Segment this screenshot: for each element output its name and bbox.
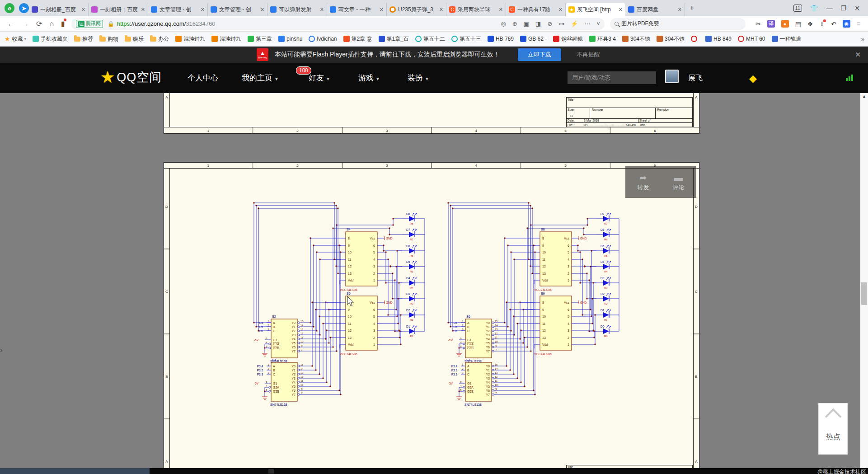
tab-4[interactable]: 可以弹射发射✕ xyxy=(267,3,327,16)
bookmark-15[interactable]: HB 769 xyxy=(488,36,514,42)
tab-close-icon[interactable]: ✕ xyxy=(320,7,324,13)
minimize-button[interactable]: — xyxy=(826,5,833,12)
send-logo-icon[interactable]: ➤ xyxy=(19,3,29,13)
username[interactable]: 展飞 xyxy=(688,74,703,83)
site-cert-badge[interactable]: 证 腾讯网 xyxy=(76,20,103,28)
bookmark-1[interactable]: 手机收藏夹 xyxy=(33,35,68,43)
url-action-icon-7[interactable]: ⋯ xyxy=(584,20,590,27)
nav-item-3[interactable]: 游戏▼ xyxy=(358,73,380,83)
yellow-diamond-icon[interactable]: ◆ xyxy=(749,73,757,84)
tab-close-icon[interactable]: ✕ xyxy=(558,7,563,13)
url-action-icon-2[interactable]: ▣ xyxy=(524,20,529,27)
tab-close-icon[interactable]: ✕ xyxy=(439,7,443,13)
bookmark-8[interactable]: 第三章 xyxy=(248,35,272,43)
tab-close-icon[interactable]: ✕ xyxy=(81,7,85,13)
url-action-icon-1[interactable]: ⊕ xyxy=(512,20,517,27)
tab-close-icon[interactable]: ✕ xyxy=(141,7,145,13)
nav-item-1[interactable]: 我的主页▼ xyxy=(242,73,279,83)
reload-icon[interactable]: ⟳ xyxy=(36,19,42,28)
undo-icon[interactable]: ↶ xyxy=(831,20,836,28)
browser-search-field[interactable]: 图片转PDF免费 xyxy=(610,18,746,30)
url-box[interactable]: 证 腾讯网 🔒 https://user.qzone.qq.com/316234… xyxy=(71,18,605,30)
bookmark-5[interactable]: 办公 xyxy=(150,35,169,43)
url-action-icon-4[interactable]: ⊘ xyxy=(547,20,552,27)
bookmark-2[interactable]: 推荐 xyxy=(74,35,93,43)
page-scrollbar[interactable]: ▲ xyxy=(860,93,868,468)
back-to-top-icon[interactable] xyxy=(825,408,841,425)
tab-close-icon[interactable]: ✕ xyxy=(380,7,384,13)
briefcase-icon[interactable]: ▮ xyxy=(61,19,65,28)
translate-icon[interactable]: 译 xyxy=(767,20,775,28)
bookmark-4[interactable]: 娱乐 xyxy=(125,35,144,43)
url-action-icon-6[interactable]: ⚡ xyxy=(571,20,578,27)
tab-9[interactable]: ★展飞空间 [http✕ xyxy=(566,3,625,16)
hot-floating-widget[interactable]: 热点 xyxy=(818,403,848,455)
tab-close-icon[interactable]: ✕ xyxy=(499,7,503,13)
close-window-button[interactable]: ✕ xyxy=(854,5,860,12)
qzone-logo[interactable]: ★ QQ空间 xyxy=(100,69,162,85)
url-action-icon-0[interactable]: ◎ xyxy=(501,20,506,27)
bookmark-3[interactable]: 购物 xyxy=(99,35,118,43)
tab-7[interactable]: C采用两块半球✕ xyxy=(446,3,506,16)
banner-close-icon[interactable]: ✕ xyxy=(855,51,861,59)
tab-close-icon[interactable]: ✕ xyxy=(678,7,682,13)
bookmark-12[interactable]: 第1章_百 xyxy=(379,35,409,43)
forward-icon[interactable]: → xyxy=(22,20,29,28)
signal-icon[interactable] xyxy=(846,75,853,81)
tab-2[interactable]: 文章管理 - 创✕ xyxy=(148,3,208,16)
bookmark-14[interactable]: 第五十三 xyxy=(451,35,481,43)
bookmark-18[interactable]: 环县3 4 xyxy=(589,35,616,43)
reader-icon[interactable]: ▤ xyxy=(795,20,801,28)
dismiss-link[interactable]: 不再提醒 xyxy=(577,51,600,59)
bookmark-10[interactable]: lvdichan xyxy=(309,36,337,42)
games-icon[interactable]: ● xyxy=(781,20,789,28)
back-icon[interactable]: ← xyxy=(7,20,14,28)
tab-close-icon[interactable]: ✕ xyxy=(201,7,205,13)
tab-5[interactable]: 写文章 - 一种✕ xyxy=(327,3,387,16)
bookmark-22[interactable]: HB 849 xyxy=(705,36,732,42)
share-button[interactable]: ➦ 转发 xyxy=(625,166,661,198)
bookmark-23[interactable]: MHT 60 xyxy=(738,36,765,42)
qzone-search-input[interactable]: 用户/游戏/动态 xyxy=(568,71,656,84)
left-expander-icon[interactable]: › xyxy=(0,346,2,354)
tab-6[interactable]: U235原子弹_3✕ xyxy=(387,3,446,16)
bookmark-0[interactable]: ★收藏▾ xyxy=(5,35,26,43)
new-tab-button[interactable]: + xyxy=(690,4,694,13)
cloud-icon[interactable]: ◉ xyxy=(843,20,850,28)
download-icon[interactable]: ⇩ xyxy=(819,20,825,28)
tab-0[interactable]: 一刻相册_百度✕ xyxy=(29,3,89,16)
bookmark-9[interactable]: pinshu xyxy=(278,36,302,42)
tab-1[interactable]: 一刻相册：百度✕ xyxy=(89,3,148,16)
tab-3[interactable]: 文章管理 - 创✕ xyxy=(208,3,267,16)
url-text[interactable]: https://user.qzone.qq.com/316234760 xyxy=(117,20,216,27)
menu-icon[interactable]: ≡ xyxy=(857,20,860,28)
comment-button[interactable]: ▬ 评论 xyxy=(661,166,697,198)
browser-logo-icon[interactable]: e xyxy=(5,3,14,13)
url-action-icon-8[interactable]: ˅ xyxy=(596,20,600,27)
bookmark-19[interactable]: 304不锈 xyxy=(622,35,650,43)
bookmark-21[interactable] xyxy=(691,36,699,42)
scrollbar-thumb[interactable] xyxy=(861,282,867,305)
nav-item-0[interactable]: 个人中心 xyxy=(188,73,218,83)
bookmark-7[interactable]: 混沌钟九 xyxy=(211,35,241,43)
maximize-button[interactable]: ❐ xyxy=(841,5,847,12)
skin-icon[interactable]: 👕 xyxy=(810,5,818,12)
extensions-icon[interactable]: ❖ xyxy=(807,20,813,28)
url-action-icon-3[interactable]: ◨ xyxy=(535,20,541,27)
bookmark-24[interactable]: 一种轨道 xyxy=(772,35,802,43)
tab-10[interactable]: 百度网盘✕ xyxy=(625,3,685,16)
bookmark-6[interactable]: 混沌钟九 xyxy=(175,35,205,43)
scroll-up-icon[interactable]: ▲ xyxy=(862,94,866,99)
bookmark-20[interactable]: 304不锈 xyxy=(657,35,685,43)
tab-close-icon[interactable]: ✕ xyxy=(619,7,623,13)
hot-label[interactable]: 热点 xyxy=(826,432,840,442)
bookmark-16[interactable]: GB 62 - xyxy=(520,36,547,42)
tab-count-badge[interactable]: 11 xyxy=(793,5,802,12)
bookmark-13[interactable]: 第五十二 xyxy=(415,35,445,43)
url-action-icon-5[interactable]: ⊶ xyxy=(558,20,564,27)
bookmarks-overflow-icon[interactable]: » xyxy=(861,36,864,42)
tab-8[interactable]: C一种具有17路✕ xyxy=(506,3,566,16)
download-now-button[interactable]: 立即下载 xyxy=(518,48,561,61)
nav-item-4[interactable]: 装扮▼ xyxy=(408,73,429,83)
tab-close-icon[interactable]: ✕ xyxy=(260,7,264,13)
